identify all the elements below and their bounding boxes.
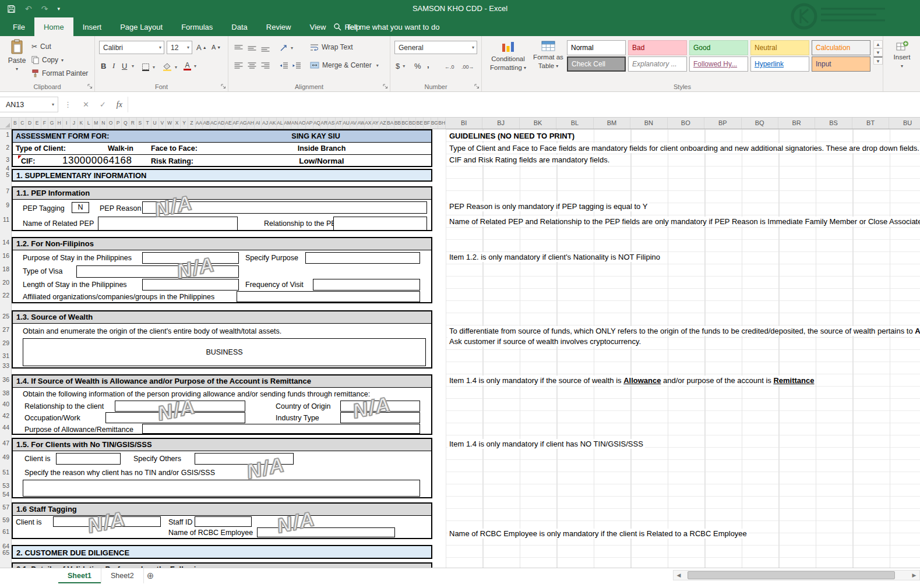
gallery-down-icon[interactable]: ▼ [873,48,883,56]
column-header-as[interactable]: AS [328,118,336,129]
align-bottom-icon[interactable] [261,42,270,55]
paste-button[interactable]: Paste ▾ [5,39,29,80]
insert-function-icon[interactable]: fx [111,100,128,109]
column-header-az[interactable]: AZ [379,118,387,129]
row-header-51[interactable]: 51 [2,469,9,476]
column-header-bt[interactable]: BT [852,118,889,129]
column-header-v[interactable]: V [159,118,167,129]
column-header-f[interactable]: F [41,118,49,129]
column-header-ay[interactable]: AY [372,118,380,129]
increase-font-icon[interactable]: A▲ [196,41,207,54]
column-header-ai[interactable]: AI [255,118,262,129]
column-header-ap[interactable]: AP [306,118,313,129]
column-header-au[interactable]: AU [343,118,350,129]
horizontal-scrollbar[interactable]: ◀ ▶ [673,570,920,580]
format-painter-button[interactable]: Format Painter [31,68,88,79]
column-header-b[interactable]: B [12,118,19,129]
row-header-29[interactable]: 29 [2,339,9,346]
column-header-l[interactable]: L [85,118,93,129]
column-header-aq[interactable]: AQ [313,118,321,129]
type-of-client-value[interactable]: Walk-in [91,144,150,153]
staff-id-field[interactable] [195,516,252,527]
insert-cells-button[interactable]: Insert ▾ [888,40,916,70]
column-header-aj[interactable]: AJ [262,118,269,129]
percent-style-button[interactable]: % [414,59,421,72]
row-header-1[interactable]: 1 [6,131,9,138]
wrap-text-button[interactable]: Wrap Text [310,41,353,53]
cancel-icon[interactable]: ✕ [77,100,94,109]
row-header-25[interactable]: 25 [2,313,9,320]
merge-center-button[interactable]: Merge & Center ▾ [310,59,379,71]
frequency-visit-field[interactable] [313,279,420,291]
column-header-y[interactable]: Y [181,118,188,129]
ribbon-tab-page-layout[interactable]: Page Layout [111,17,172,36]
purpose-allowance-field[interactable] [142,424,420,434]
row-header-49[interactable]: 49 [2,454,9,461]
column-header-bk[interactable]: BK [520,118,556,129]
column-header-bd[interactable]: BD [409,118,417,129]
column-header-h[interactable]: H [56,118,64,129]
scroll-left-icon[interactable]: ◀ [674,572,684,578]
column-header-o[interactable]: O [107,118,115,129]
increase-indent-icon[interactable] [292,59,301,72]
column-header-br[interactable]: BR [778,118,815,129]
column-header-ag[interactable]: AG [239,118,247,129]
column-header-i[interactable]: I [63,118,71,129]
row-header-11[interactable]: 11 [3,216,9,223]
column-header-s[interactable]: S [137,118,144,129]
column-header-u[interactable]: U [151,118,159,129]
decrease-font-icon[interactable]: A▼ [212,41,221,54]
column-header-d[interactable]: D [26,118,34,129]
row-header-20[interactable]: 20 [2,279,9,286]
row-header-53[interactable]: 53 [2,482,9,489]
column-header-bm[interactable]: BM [594,118,630,129]
row-header-33[interactable]: 33 [2,362,9,369]
copy-button[interactable]: Copy ▾ [31,54,64,66]
column-header-bc[interactable]: BC [401,118,409,129]
specify-purpose-field[interactable] [305,252,420,264]
column-header-bp[interactable]: BP [704,118,741,129]
accounting-format-button[interactable]: $▾ [396,59,405,72]
row-header-38[interactable]: 38 [2,389,9,396]
column-header-ae[interactable]: AE [225,118,232,129]
decrease-indent-icon[interactable] [280,59,288,72]
column-header-j[interactable]: J [71,118,78,129]
section-2-header[interactable]: 2. CUSTOMER DUE DILIGENCE [12,545,432,559]
column-header-an[interactable]: AN [291,118,299,129]
column-header-t[interactable]: T [144,118,151,129]
row-header-31[interactable]: 31 [2,352,9,359]
source-of-wealth-field[interactable]: BUSINESS [23,338,426,366]
ribbon-tab-view[interactable]: View [300,17,335,36]
column-header-q[interactable]: Q [122,118,129,129]
column-header-z[interactable]: Z [188,118,196,129]
row-header-27[interactable]: 27 [2,326,9,333]
name-box-dropdown-icon[interactable]: ▾ [52,102,54,107]
column-header-av[interactable]: AV [350,118,358,129]
ribbon-tab-file[interactable]: File [3,17,34,36]
sheet-tab-sheet1[interactable]: Sheet1 [58,568,101,583]
column-header-ar[interactable]: AR [320,118,328,129]
column-header-ak[interactable]: AK [269,118,277,129]
align-left-icon[interactable] [234,59,243,72]
paste-dropdown-icon[interactable]: ▾ [16,66,18,72]
align-middle-icon[interactable] [248,42,256,55]
formula-input[interactable] [128,97,920,112]
column-header-c[interactable]: C [19,118,27,129]
bold-button[interactable]: B [101,59,106,72]
row-header-65[interactable]: 65 [2,549,9,556]
scrollbar-track[interactable] [684,571,909,580]
number-format-select[interactable]: General ▾ [394,41,477,54]
orientation-icon[interactable]: ▾ [280,41,293,54]
column-header-bu[interactable]: BU [889,118,920,129]
increase-decimal-icon[interactable]: ←.0 [445,61,454,73]
ribbon-tab-insert[interactable]: Insert [73,17,111,36]
row-header-14[interactable]: 14 [2,239,9,246]
row-header-9[interactable]: 9 [6,201,9,208]
column-header-am[interactable]: AM [284,118,291,129]
column-header-x[interactable]: X [174,118,181,129]
column-header-m[interactable]: M [93,118,100,129]
row-header-36[interactable]: 36 [2,376,9,383]
column-header-bh[interactable]: BH [438,118,446,129]
column-header-e[interactable]: E [34,118,41,129]
column-header-n[interactable]: N [100,118,108,129]
